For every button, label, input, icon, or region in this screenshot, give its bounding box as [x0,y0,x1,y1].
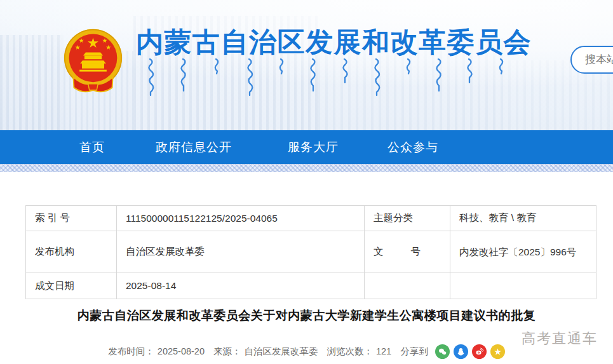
nav-item-home[interactable]: 首页 [79,130,105,164]
topic-category-value: 科技、教育 \ 教育 [450,206,596,231]
document-info-table: 索 引 号 111500000115122125/2025-04065 主题分类… [25,205,596,299]
mongolian-script-subtitle [147,58,504,104]
document-number-value: 内发改社字〔2025〕996号 [450,231,596,273]
publish-time-label: 发布时间： [108,346,154,358]
weibo-share-icon[interactable] [472,344,487,359]
table-row: 成文日期 2025-08-14 [26,273,596,299]
qzone-share-icon[interactable] [490,344,505,359]
main-nav: 首页 政府信息公开 服务大厅 公众参与 [0,130,613,164]
nav-pattern-strip [0,164,613,172]
nav-item-public-participation[interactable]: 公众参与 [387,130,438,164]
wechat-share-icon[interactable] [435,344,450,359]
share-label: 分享到 [400,346,428,358]
site-header: 内蒙古自治区发展和改革委员会 [0,0,613,130]
site-search-box[interactable] [570,46,613,74]
article-title: 内蒙古自治区发展和改革委员会关于对内蒙古大学新建学生公寓楼项目建议书的批复 [0,307,613,324]
source-label: 来源： [213,346,241,358]
publish-time-value: 2025-08-20 [158,346,205,356]
national-emblem-icon [62,23,124,105]
table-row: 索 引 号 111500000115122125/2025-04065 主题分类… [26,206,596,231]
table-row: 发布机构 自治区发展改革委 文 号 内发改社字〔2025〕996号 [26,231,596,273]
views-label: 浏览次数： [327,346,373,358]
page: 内蒙古自治区发展和改革委员会 首页 政府信息公开 服务大厅 公众参与 [0,0,613,364]
issue-date-value: 2025-08-14 [117,273,365,299]
nav-item-gov-info[interactable]: 政府信息公开 [156,130,232,164]
qq-share-icon[interactable] [454,344,468,359]
issue-date-label: 成文日期 [26,273,117,299]
document-number-label: 文 号 [365,231,450,273]
index-number-value: 111500000115122125/2025-04065 [117,206,365,231]
nav-item-service-hall[interactable]: 服务大厅 [288,130,339,164]
search-input[interactable] [585,53,613,66]
topic-category-label: 主题分类 [365,206,450,231]
index-number-label: 索 引 号 [26,206,117,231]
watermark-text: 高考直通车 [522,329,598,348]
empty-cell [450,273,596,299]
source-value: 自治区发展改革委 [244,346,318,358]
site-title: 内蒙古自治区发展和改革委员会 [136,24,568,61]
empty-cell [365,273,450,299]
issuing-agency-label: 发布机构 [26,231,117,273]
views-value: 121 [376,346,391,356]
issuing-agency-value: 自治区发展改革委 [117,231,365,273]
